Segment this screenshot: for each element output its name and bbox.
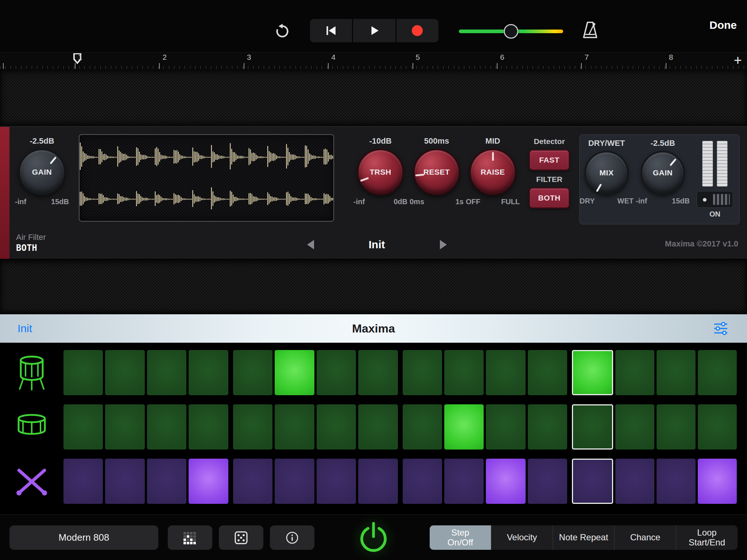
step-cell-drumsticks-12[interactable]: [528, 459, 567, 504]
segment-step-on-off[interactable]: Step On/Off: [430, 525, 491, 550]
step-cell-drumsticks-1[interactable]: [63, 459, 103, 504]
segment-velocity[interactable]: Velocity: [491, 525, 553, 550]
step-cell-kick-drum-1[interactable]: [63, 350, 103, 395]
snare-step-row: [63, 404, 737, 450]
step-cell-snare-drum-4[interactable]: [189, 404, 228, 450]
next-preset-icon[interactable]: [440, 240, 447, 249]
drumsticks-icon[interactable]: [0, 466, 63, 497]
step-cell-snare-drum-10[interactable]: [444, 404, 484, 450]
step-cell-kick-drum-10[interactable]: [444, 350, 484, 395]
power-toggle[interactable]: [697, 191, 733, 208]
step-cell-drumsticks-8[interactable]: [358, 459, 398, 504]
input-gain-value: -2.5dB: [15, 136, 69, 146]
play-button[interactable]: [353, 19, 395, 42]
mode-segmented-control: Step On/OffVelocityNote RepeatChanceLoop…: [430, 525, 738, 550]
step-group: [63, 459, 228, 504]
segment-chance[interactable]: Chance: [615, 525, 676, 550]
step-cell-drumsticks-13[interactable]: [572, 459, 613, 504]
segment-loop-start-end[interactable]: Loop Start/End: [676, 525, 738, 550]
knob-max-label: 1s: [456, 198, 464, 206]
reset-knob[interactable]: RESET: [413, 149, 460, 195]
top-toolbar: Done: [0, 0, 747, 52]
step-cell-drumsticks-5[interactable]: [233, 459, 272, 504]
step-cell-kick-drum-8[interactable]: [358, 350, 398, 395]
step-cell-snare-drum-12[interactable]: [528, 404, 567, 450]
filter-both-button[interactable]: BOTH: [529, 187, 570, 209]
step-cell-snare-drum-8[interactable]: [358, 404, 398, 450]
step-group: [233, 404, 398, 450]
step-cell-kick-drum-6[interactable]: [275, 350, 314, 395]
randomize-button[interactable]: [219, 525, 263, 550]
step-cell-kick-drum-16[interactable]: [698, 350, 737, 395]
step-cell-kick-drum-2[interactable]: [105, 350, 144, 395]
step-cell-drumsticks-7[interactable]: [317, 459, 356, 504]
done-button[interactable]: Done: [709, 19, 737, 31]
plugin-preset-name[interactable]: Init: [369, 238, 385, 251]
segment-note-repeat[interactable]: Note Repeat: [553, 525, 615, 550]
step-cell-kick-drum-15[interactable]: [657, 350, 696, 395]
kick-drum-icon[interactable]: [0, 355, 63, 390]
step-cell-drumsticks-3[interactable]: [147, 459, 186, 504]
step-cell-snare-drum-14[interactable]: [615, 404, 654, 450]
step-group: [403, 350, 568, 395]
step-cell-drumsticks-4[interactable]: [189, 459, 228, 504]
step-cell-drumsticks-2[interactable]: [105, 459, 144, 504]
add-track-icon[interactable]: +: [734, 52, 742, 68]
step-cell-snare-drum-1[interactable]: [63, 404, 103, 450]
waveform-display: [79, 134, 334, 222]
pattern-button[interactable]: [168, 525, 212, 550]
step-cell-kick-drum-11[interactable]: [486, 350, 525, 395]
record-button[interactable]: [396, 19, 438, 42]
step-cell-snare-drum-7[interactable]: [317, 404, 356, 450]
step-cell-snare-drum-15[interactable]: [657, 404, 696, 450]
step-cell-drumsticks-16[interactable]: [698, 459, 737, 504]
controls-button[interactable]: [713, 322, 728, 335]
step-cell-drumsticks-14[interactable]: [615, 459, 654, 504]
kick-step-row: [63, 350, 737, 395]
step-cell-snare-drum-6[interactable]: [275, 404, 314, 450]
info-button[interactable]: [270, 525, 314, 550]
step-cell-drumsticks-6[interactable]: [275, 459, 314, 504]
meter-bar-right: [717, 141, 728, 187]
step-cell-drumsticks-11[interactable]: [486, 459, 525, 504]
step-cell-snare-drum-16[interactable]: [698, 404, 737, 450]
mix-knob[interactable]: MIX: [585, 151, 628, 195]
undo-icon: [274, 23, 291, 40]
step-cell-snare-drum-3[interactable]: [147, 404, 186, 450]
snare-drum-icon[interactable]: [0, 414, 63, 440]
detector-label: Detector: [525, 137, 573, 147]
step-cell-kick-drum-13[interactable]: [572, 350, 613, 395]
output-gain-knob[interactable]: GAIN: [641, 151, 685, 195]
step-cell-drumsticks-10[interactable]: [444, 459, 484, 504]
step-cell-kick-drum-3[interactable]: [147, 350, 186, 395]
step-cell-kick-drum-12[interactable]: [528, 350, 567, 395]
metronome-button[interactable]: [579, 19, 601, 41]
volume-slider-thumb[interactable]: [504, 24, 518, 39]
detector-fast-button[interactable]: FAST: [529, 149, 570, 171]
kit-selector-button[interactable]: Modern 808: [9, 525, 158, 550]
step-cell-snare-drum-5[interactable]: [233, 404, 272, 450]
knob-min-label: -inf: [15, 198, 26, 206]
skip-to-start-button[interactable]: [310, 19, 352, 42]
timeline-ruler[interactable]: + 12345678: [0, 52, 747, 69]
step-cell-snare-drum-11[interactable]: [486, 404, 525, 450]
volume-slider[interactable]: [459, 23, 563, 39]
threshold-knob[interactable]: TRSH: [357, 149, 404, 195]
step-cell-kick-drum-5[interactable]: [233, 350, 272, 395]
knob-max-label: FULL: [501, 198, 520, 206]
ruler-ticks: [0, 63, 747, 69]
step-cell-kick-drum-9[interactable]: [403, 350, 442, 395]
step-cell-snare-drum-13[interactable]: [572, 404, 613, 450]
step-cell-snare-drum-9[interactable]: [403, 404, 442, 450]
step-cell-drumsticks-15[interactable]: [657, 459, 696, 504]
step-cell-kick-drum-4[interactable]: [189, 350, 228, 395]
step-cell-snare-drum-2[interactable]: [105, 404, 144, 450]
input-gain-knob[interactable]: GAIN: [19, 149, 65, 195]
step-cell-drumsticks-9[interactable]: [403, 459, 442, 504]
step-cell-kick-drum-7[interactable]: [317, 350, 356, 395]
sequencer-power-button[interactable]: [356, 520, 391, 555]
undo-button[interactable]: [273, 22, 292, 41]
raise-knob[interactable]: RAISE: [469, 149, 516, 195]
step-cell-kick-drum-14[interactable]: [615, 350, 654, 395]
previous-preset-icon[interactable]: [307, 240, 314, 249]
